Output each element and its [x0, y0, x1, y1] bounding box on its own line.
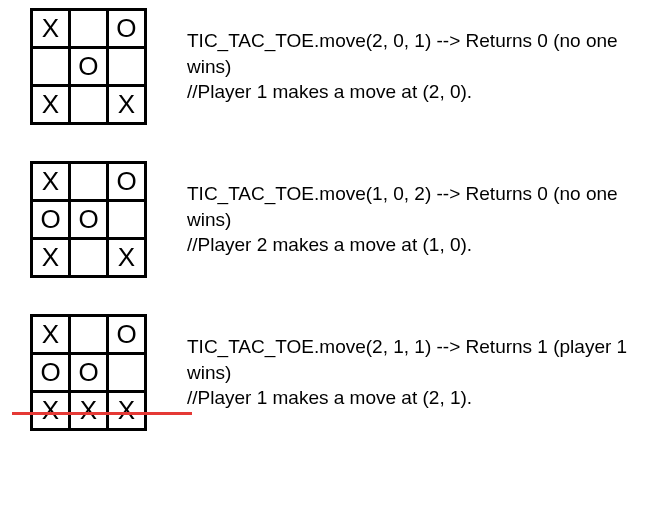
cell-2-0: X	[32, 239, 70, 277]
cell-2-2: X	[108, 239, 146, 277]
cell-0-0: X	[32, 10, 70, 48]
cell-2-1	[70, 239, 108, 277]
cell-1-2	[107, 48, 145, 86]
step-3-call: TIC_TAC_TOE.move(2, 1, 1) --> Returns 1 …	[187, 334, 658, 385]
step-1-description: TIC_TAC_TOE.move(2, 0, 1) --> Returns 0 …	[187, 28, 658, 105]
step-2-call: TIC_TAC_TOE.move(1, 0, 2) --> Returns 0 …	[187, 181, 658, 232]
tic-tac-toe-board-1: X O O X X	[30, 8, 147, 125]
board-wrap-3: X O O O X X X	[12, 314, 147, 431]
step-2-description: TIC_TAC_TOE.move(1, 0, 2) --> Returns 0 …	[187, 181, 658, 258]
cell-0-0: X	[32, 316, 70, 354]
win-strike-line	[12, 412, 192, 415]
step-1: X O O X X TIC_TAC_TOE.move(2, 0, 1) --> …	[12, 8, 658, 125]
step-3: X O O O X X X TIC_TAC_TOE.move(2, 1, 1) …	[12, 314, 658, 431]
cell-1-1: O	[70, 201, 108, 239]
step-1-comment: //Player 1 makes a move at (2, 0).	[187, 79, 658, 105]
cell-2-0: X	[32, 392, 70, 430]
cell-1-2	[108, 354, 146, 392]
cell-0-2: O	[108, 316, 146, 354]
cell-0-2: O	[108, 163, 146, 201]
cell-1-0	[32, 48, 70, 86]
cell-1-2	[108, 201, 146, 239]
cell-1-0: O	[32, 201, 70, 239]
board-wrap-2: X O O O X X	[12, 161, 147, 278]
cell-2-2: X	[108, 392, 146, 430]
board-wrap-1: X O O X X	[12, 8, 147, 125]
tic-tac-toe-board-2: X O O O X X	[30, 161, 147, 278]
step-2-comment: //Player 2 makes a move at (1, 0).	[187, 232, 658, 258]
cell-0-2: O	[107, 10, 145, 48]
cell-0-1	[69, 10, 107, 48]
cell-2-1	[69, 86, 107, 124]
step-3-description: TIC_TAC_TOE.move(2, 1, 1) --> Returns 1 …	[187, 334, 658, 411]
step-2: X O O O X X TIC_TAC_TOE.move(1, 0, 2) --…	[12, 161, 658, 278]
cell-0-1	[70, 163, 108, 201]
cell-2-2: X	[107, 86, 145, 124]
cell-1-1: O	[70, 354, 108, 392]
cell-1-0: O	[32, 354, 70, 392]
cell-0-1	[70, 316, 108, 354]
cell-2-1: X	[70, 392, 108, 430]
step-3-comment: //Player 1 makes a move at (2, 1).	[187, 385, 658, 411]
cell-1-1: O	[69, 48, 107, 86]
cell-2-0: X	[32, 86, 70, 124]
cell-0-0: X	[32, 163, 70, 201]
step-1-call: TIC_TAC_TOE.move(2, 0, 1) --> Returns 0 …	[187, 28, 658, 79]
